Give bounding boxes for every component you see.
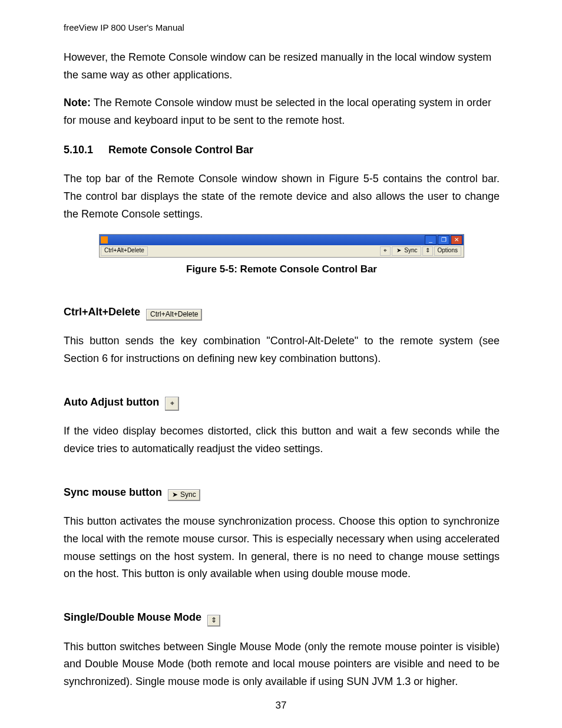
item-sync-mouse-desc: This button activates the mouse synchron…	[64, 513, 500, 583]
section-body: The top bar of the Remote Console window…	[64, 170, 500, 223]
sync-mouse-button-mock[interactable]: ➤ Sync	[168, 489, 200, 501]
figure-console-bar: _ ❐ ✕ Ctrl+Alt+Delete ⌖ ➤ Sync ⇕	[64, 234, 500, 278]
ctrl-alt-delete-button-mock[interactable]: Ctrl+Alt+Delete	[146, 309, 202, 321]
toolbar-options-button[interactable]: Options	[434, 246, 461, 256]
console-bar-window: _ ❐ ✕ Ctrl+Alt+Delete ⌖ ➤ Sync ⇕	[99, 234, 464, 258]
mouse-mode-icon: ⇕	[424, 248, 431, 255]
section-title: Remote Console Control Bar	[108, 144, 253, 156]
close-button[interactable]: ✕	[451, 235, 462, 245]
window-icon	[101, 236, 108, 243]
toolbar-mouse-mode-button[interactable]: ⇕	[422, 246, 433, 256]
item-mouse-mode: Single/Double Mouse Mode ⇕	[64, 609, 500, 627]
item-auto-adjust-desc: If the video display becomes distorted, …	[64, 423, 500, 457]
item-mouse-mode-desc: This button switches between Single Mous…	[64, 638, 500, 691]
console-toolbar: Ctrl+Alt+Delete ⌖ ➤ Sync ⇕ Options	[100, 245, 464, 257]
item-sync-mouse-label: Sync mouse button	[64, 484, 162, 502]
paragraph-note: Note: The Remote Console window must be …	[64, 94, 500, 129]
toolbar-sync-button[interactable]: ➤ Sync	[392, 246, 421, 256]
item-ctrl-alt-delete-label: Ctrl+Alt+Delete	[64, 304, 140, 321]
mouse-mode-icon: ⇕	[211, 615, 217, 627]
item-auto-adjust-label: Auto Adjust button	[64, 394, 159, 411]
figure-caption: Figure 5-5: Remote Console Control Bar	[64, 261, 500, 278]
item-auto-adjust: Auto Adjust button ⌖	[64, 394, 500, 411]
section-heading: 5.10.1Remote Console Control Bar	[64, 141, 500, 159]
toolbar-sync-label: Sync	[404, 246, 417, 256]
auto-adjust-icon: ⌖	[170, 398, 174, 410]
body: However, the Remote Console window can b…	[64, 49, 500, 691]
toolbar-ctrl-alt-delete-button[interactable]: Ctrl+Alt+Delete	[101, 246, 148, 256]
section-number: 5.10.1	[64, 141, 93, 159]
item-ctrl-alt-delete-desc: This button sends the key combination "C…	[64, 332, 500, 367]
document-page: freeView IP 800 User's Manual However, t…	[0, 0, 562, 728]
toolbar-auto-adjust-button[interactable]: ⌖	[380, 246, 391, 256]
auto-adjust-button-mock[interactable]: ⌖	[165, 397, 179, 411]
page-number: 37	[0, 700, 562, 711]
cursor-icon: ➤	[395, 248, 402, 255]
auto-adjust-icon: ⌖	[382, 248, 389, 255]
note-label: Note:	[64, 97, 91, 108]
item-sync-mouse: Sync mouse button ➤ Sync	[64, 484, 500, 502]
item-mouse-mode-label: Single/Double Mouse Mode	[64, 609, 201, 627]
paragraph-intro: However, the Remote Console window can b…	[64, 49, 500, 84]
cursor-icon: ➤	[172, 489, 178, 501]
window-titlebar: _ ❐ ✕	[100, 235, 464, 245]
minimize-button[interactable]: _	[425, 235, 437, 245]
running-header: freeView IP 800 User's Manual	[64, 22, 500, 32]
mouse-mode-button-mock[interactable]: ⇕	[207, 615, 220, 627]
note-text: The Remote Console window must be select…	[64, 97, 491, 126]
item-ctrl-alt-delete: Ctrl+Alt+Delete Ctrl+Alt+Delete	[64, 304, 500, 321]
maximize-button[interactable]: ❐	[438, 235, 449, 245]
sync-mouse-button-text: Sync	[180, 489, 196, 501]
